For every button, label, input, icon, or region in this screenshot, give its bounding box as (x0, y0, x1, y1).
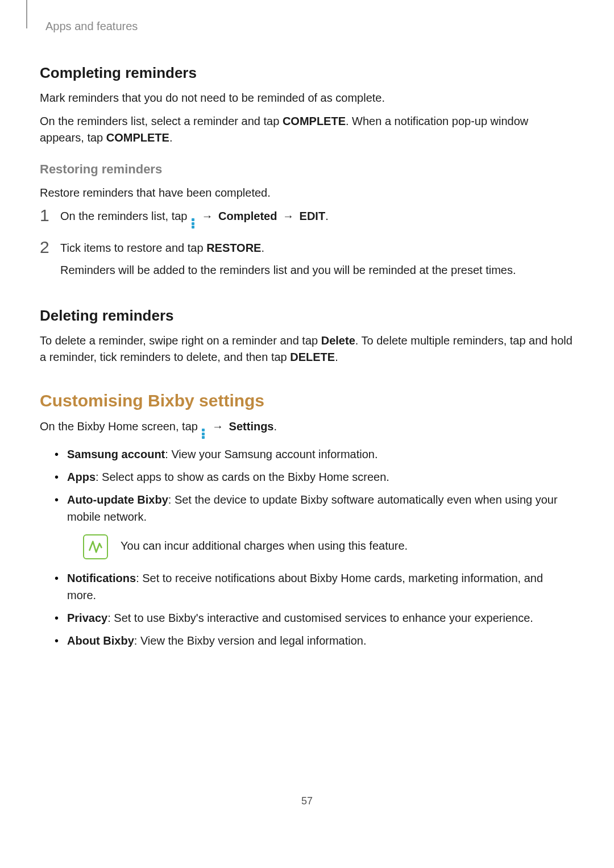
step-2: 2 Tick items to restore and tap RESTORE.… (40, 240, 574, 279)
step-body: Tick items to restore and tap RESTORE. R… (60, 240, 574, 279)
note-text: You can incur additional charges when us… (121, 534, 408, 554)
sub-heading-restoring: Restoring reminders (40, 162, 574, 177)
list-item: About Bixby: View the Bixby version and … (51, 632, 574, 649)
body-text: Mark reminders that you do not need to b… (40, 90, 574, 106)
settings-list: Samsung account: View your Samsung accou… (51, 446, 574, 649)
list-item: Samsung account: View your Samsung accou… (51, 446, 574, 463)
page-tab-mark (26, 0, 27, 28)
body-text: On the reminders list, select a reminder… (40, 113, 574, 146)
more-options-icon (192, 218, 195, 229)
step-number: 1 (40, 207, 60, 224)
list-item: Apps: Select apps to show as cards on th… (51, 468, 574, 485)
heading-completing-reminders: Completing reminders (40, 64, 574, 82)
page-number: 57 (0, 795, 614, 807)
body-text: On the Bixby Home screen, tap → Settings… (40, 418, 574, 439)
page-header: Apps and features (45, 20, 574, 33)
list-item: Privacy: Set to use Bixby's interactive … (51, 609, 574, 626)
step-body: On the reminders list, tap → Completed →… (60, 208, 574, 229)
heading-deleting-reminders: Deleting reminders (40, 307, 574, 325)
list-item: Notifications: Set to receive notificati… (51, 570, 574, 604)
note-box: You can incur additional charges when us… (83, 534, 574, 559)
list-item: Auto-update Bixby: Set the device to upd… (51, 491, 574, 559)
body-text: Restore reminders that have been complet… (40, 185, 574, 201)
body-text: To delete a reminder, swipe right on a r… (40, 333, 574, 366)
step-1: 1 On the reminders list, tap → Completed… (40, 208, 574, 229)
step-number: 2 (40, 239, 60, 256)
more-options-icon (202, 429, 205, 439)
note-icon (83, 534, 108, 559)
heading-customising-bixby: Customising Bixby settings (40, 391, 574, 410)
